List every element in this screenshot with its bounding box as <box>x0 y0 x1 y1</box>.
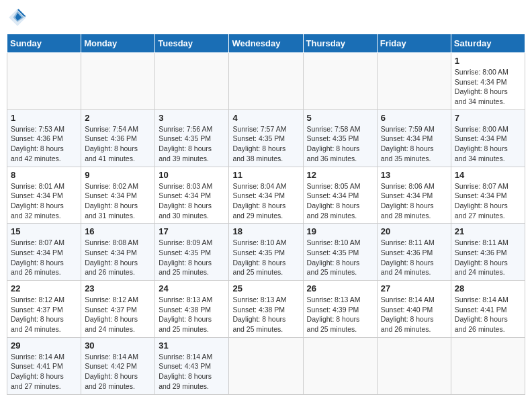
day-number: 1 <box>455 56 521 66</box>
calendar-cell: 24 Sunrise: 8:13 AM Sunset: 4:38 PM Dayl… <box>155 281 229 338</box>
calendar-cell <box>451 337 525 394</box>
week-row-0: 1 Sunrise: 8:00 AM Sunset: 4:34 PM Dayli… <box>7 53 525 110</box>
day-number: 7 <box>455 113 521 123</box>
calendar-table: SundayMondayTuesdayWednesdayThursdayFrid… <box>7 34 525 395</box>
calendar-cell: 10 Sunrise: 8:03 AM Sunset: 4:34 PM Dayl… <box>155 167 229 224</box>
day-info: Sunrise: 7:59 AM Sunset: 4:34 PM Dayligh… <box>381 124 447 164</box>
day-info: Sunrise: 8:14 AM Sunset: 4:41 PM Dayligh… <box>455 295 521 334</box>
day-number: 6 <box>381 113 447 123</box>
day-number: 26 <box>307 283 373 293</box>
calendar-cell <box>81 53 155 110</box>
week-row-4: 22 Sunrise: 8:12 AM Sunset: 4:37 PM Dayl… <box>7 281 525 338</box>
day-number: 4 <box>232 113 299 123</box>
logo-icon <box>7 7 28 28</box>
calendar-cell: 1 Sunrise: 7:53 AM Sunset: 4:36 PM Dayli… <box>7 109 81 167</box>
day-info: Sunrise: 7:56 AM Sunset: 4:35 PM Dayligh… <box>159 124 225 164</box>
calendar-cell <box>7 53 81 110</box>
calendar-cell: 4 Sunrise: 7:57 AM Sunset: 4:35 PM Dayli… <box>229 109 303 167</box>
calendar-cell: 1 Sunrise: 8:00 AM Sunset: 4:34 PM Dayli… <box>451 53 525 110</box>
day-number: 21 <box>455 226 521 236</box>
calendar-header-row: SundayMondayTuesdayWednesdayThursdayFrid… <box>7 34 525 53</box>
day-number: 29 <box>11 340 77 351</box>
day-number: 17 <box>159 226 225 236</box>
day-info: Sunrise: 7:58 AM Sunset: 4:35 PM Dayligh… <box>307 124 373 164</box>
day-number: 9 <box>85 170 151 180</box>
calendar-cell: 2 Sunrise: 7:54 AM Sunset: 4:36 PM Dayli… <box>81 109 155 167</box>
day-info: Sunrise: 8:13 AM Sunset: 4:38 PM Dayligh… <box>159 295 225 334</box>
day-number: 13 <box>381 170 447 180</box>
calendar-cell <box>377 53 451 110</box>
week-row-1: 1 Sunrise: 7:53 AM Sunset: 4:36 PM Dayli… <box>7 109 525 167</box>
calendar-cell: 16 Sunrise: 8:08 AM Sunset: 4:34 PM Dayl… <box>81 224 155 281</box>
calendar-cell: 8 Sunrise: 8:01 AM Sunset: 4:34 PM Dayli… <box>7 167 81 224</box>
day-number: 11 <box>232 170 299 180</box>
calendar-cell: 27 Sunrise: 8:14 AM Sunset: 4:40 PM Dayl… <box>377 281 451 338</box>
day-info: Sunrise: 8:13 AM Sunset: 4:39 PM Dayligh… <box>307 295 373 334</box>
day-number: 19 <box>307 226 373 236</box>
calendar-cell: 22 Sunrise: 8:12 AM Sunset: 4:37 PM Dayl… <box>7 281 81 338</box>
day-info: Sunrise: 8:14 AM Sunset: 4:42 PM Dayligh… <box>85 352 151 392</box>
calendar-cell: 7 Sunrise: 8:00 AM Sunset: 4:34 PM Dayli… <box>451 109 525 167</box>
day-number: 1 <box>11 113 77 123</box>
day-number: 31 <box>159 340 225 351</box>
day-number: 18 <box>232 226 299 236</box>
day-info: Sunrise: 8:04 AM Sunset: 4:34 PM Dayligh… <box>232 181 299 221</box>
day-number: 23 <box>85 283 151 293</box>
day-number: 20 <box>381 226 447 236</box>
calendar-cell <box>303 337 377 394</box>
day-number: 5 <box>307 113 373 123</box>
day-info: Sunrise: 7:57 AM Sunset: 4:35 PM Dayligh… <box>232 124 299 164</box>
day-info: Sunrise: 8:08 AM Sunset: 4:34 PM Dayligh… <box>85 238 151 277</box>
header-saturday: Saturday <box>451 34 525 53</box>
calendar-cell: 3 Sunrise: 7:56 AM Sunset: 4:35 PM Dayli… <box>155 109 229 167</box>
week-row-5: 29 Sunrise: 8:14 AM Sunset: 4:41 PM Dayl… <box>7 337 525 394</box>
calendar-cell <box>303 53 377 110</box>
day-info: Sunrise: 8:12 AM Sunset: 4:37 PM Dayligh… <box>11 295 77 334</box>
header-sunday: Sunday <box>7 34 81 53</box>
calendar-cell: 20 Sunrise: 8:11 AM Sunset: 4:36 PM Dayl… <box>377 224 451 281</box>
day-number: 25 <box>232 283 299 293</box>
day-info: Sunrise: 7:54 AM Sunset: 4:36 PM Dayligh… <box>85 124 151 164</box>
calendar-cell <box>377 337 451 394</box>
calendar-cell: 6 Sunrise: 7:59 AM Sunset: 4:34 PM Dayli… <box>377 109 451 167</box>
day-number: 2 <box>85 113 151 123</box>
calendar-cell: 9 Sunrise: 8:02 AM Sunset: 4:34 PM Dayli… <box>81 167 155 224</box>
week-row-2: 8 Sunrise: 8:01 AM Sunset: 4:34 PM Dayli… <box>7 167 525 224</box>
header-friday: Friday <box>377 34 451 53</box>
calendar-cell: 25 Sunrise: 8:13 AM Sunset: 4:38 PM Dayl… <box>229 281 303 338</box>
day-info: Sunrise: 8:09 AM Sunset: 4:35 PM Dayligh… <box>159 238 225 277</box>
day-number: 10 <box>159 170 225 180</box>
calendar-cell: 29 Sunrise: 8:14 AM Sunset: 4:41 PM Dayl… <box>7 337 81 394</box>
logo <box>7 7 31 28</box>
calendar-cell: 12 Sunrise: 8:05 AM Sunset: 4:34 PM Dayl… <box>303 167 377 224</box>
calendar-cell: 13 Sunrise: 8:06 AM Sunset: 4:34 PM Dayl… <box>377 167 451 224</box>
calendar-cell: 18 Sunrise: 8:10 AM Sunset: 4:35 PM Dayl… <box>229 224 303 281</box>
calendar-cell: 28 Sunrise: 8:14 AM Sunset: 4:41 PM Dayl… <box>451 281 525 338</box>
calendar-cell <box>155 53 229 110</box>
day-number: 22 <box>11 283 77 293</box>
day-info: Sunrise: 8:13 AM Sunset: 4:38 PM Dayligh… <box>232 295 299 334</box>
day-number: 24 <box>159 283 225 293</box>
calendar-cell: 11 Sunrise: 8:04 AM Sunset: 4:34 PM Dayl… <box>229 167 303 224</box>
day-info: Sunrise: 8:06 AM Sunset: 4:34 PM Dayligh… <box>381 181 447 221</box>
header-monday: Monday <box>81 34 155 53</box>
calendar-cell: 21 Sunrise: 8:11 AM Sunset: 4:36 PM Dayl… <box>451 224 525 281</box>
calendar-cell: 5 Sunrise: 7:58 AM Sunset: 4:35 PM Dayli… <box>303 109 377 167</box>
day-number: 15 <box>11 226 77 236</box>
week-row-3: 15 Sunrise: 8:07 AM Sunset: 4:34 PM Dayl… <box>7 224 525 281</box>
day-info: Sunrise: 8:00 AM Sunset: 4:34 PM Dayligh… <box>455 67 521 107</box>
day-number: 12 <box>307 170 373 180</box>
day-info: Sunrise: 8:11 AM Sunset: 4:36 PM Dayligh… <box>455 238 521 277</box>
day-info: Sunrise: 8:02 AM Sunset: 4:34 PM Dayligh… <box>85 181 151 221</box>
day-info: Sunrise: 8:11 AM Sunset: 4:36 PM Dayligh… <box>381 238 447 277</box>
calendar-cell: 15 Sunrise: 8:07 AM Sunset: 4:34 PM Dayl… <box>7 224 81 281</box>
day-number: 16 <box>85 226 151 236</box>
header-wednesday: Wednesday <box>229 34 303 53</box>
calendar-cell: 30 Sunrise: 8:14 AM Sunset: 4:42 PM Dayl… <box>81 337 155 394</box>
day-info: Sunrise: 8:05 AM Sunset: 4:34 PM Dayligh… <box>307 181 373 221</box>
day-number: 28 <box>455 283 521 293</box>
day-info: Sunrise: 8:12 AM Sunset: 4:37 PM Dayligh… <box>85 295 151 334</box>
page-header <box>7 7 525 28</box>
day-number: 27 <box>381 283 447 293</box>
day-info: Sunrise: 8:00 AM Sunset: 4:34 PM Dayligh… <box>455 124 521 164</box>
